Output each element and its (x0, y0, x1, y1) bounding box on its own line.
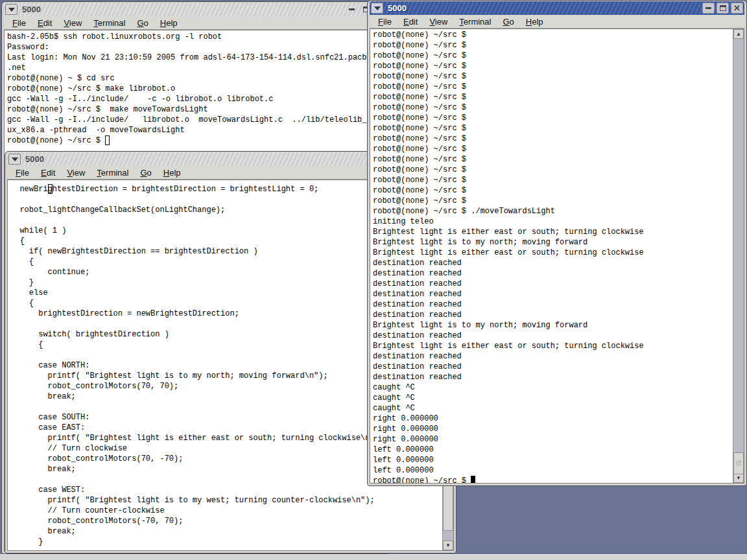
menu-edit[interactable]: Edit (35, 167, 61, 179)
chevron-down-icon (8, 8, 15, 12)
taskbar-edge (0, 554, 747, 560)
window-menu-button[interactable] (8, 154, 21, 165)
close-icon: ✕ (733, 4, 741, 12)
menu-go[interactable]: Go (497, 16, 519, 28)
minimize-icon (349, 8, 355, 10)
menu-go[interactable]: Go (134, 167, 157, 179)
window-menu-button[interactable] (371, 3, 383, 14)
terminal-cursor (471, 476, 475, 483)
chevron-down-icon (12, 158, 18, 161)
menu-terminal[interactable]: Terminal (88, 17, 131, 29)
minimize-button[interactable] (346, 4, 358, 15)
menu-terminal[interactable]: Terminal (453, 16, 497, 28)
terminal-body: robot@(none) ~/src $ robot@(none) ~/src … (370, 29, 744, 484)
scroll-up-button[interactable]: ▲ (733, 29, 744, 39)
maximize-button[interactable] (717, 3, 729, 14)
menu-view[interactable]: View (58, 17, 88, 29)
menu-help[interactable]: Help (154, 17, 184, 29)
minimize-button[interactable] (702, 3, 715, 14)
menubar: File Edit View Terminal Go Help (4, 16, 388, 30)
arrow-up-icon: ▲ (736, 32, 741, 37)
titlebar[interactable]: 5000 ✕ (370, 1, 744, 15)
scroll-track[interactable] (733, 39, 744, 473)
desktop: { "colors":{ "desktop":"#6b7394", "activ… (0, 0, 747, 560)
arrow-down-icon: ▼ (736, 476, 741, 481)
chevron-down-icon (374, 6, 381, 10)
arrow-down-icon: ▼ (445, 543, 451, 548)
terminal-output: bash-2.05b$ ssh robot.linuxrobots.org -l… (5, 30, 387, 146)
scroll-thumb[interactable] (733, 452, 744, 474)
close-button[interactable]: ✕ (731, 3, 743, 14)
menu-view[interactable]: View (61, 167, 91, 179)
terminal-area[interactable]: robot@(none) ~/src $ robot@(none) ~/src … (370, 29, 733, 483)
window-title: 5000 (25, 154, 410, 164)
menu-edit[interactable]: Edit (32, 17, 58, 29)
menu-help[interactable]: Help (158, 167, 187, 179)
scroll-down-button[interactable]: ▼ (443, 541, 453, 550)
scroll-down-button[interactable]: ▼ (733, 473, 744, 483)
menu-help[interactable]: Help (520, 16, 549, 28)
terminal-cursor (48, 184, 53, 194)
terminal-window-right: 5000 ✕ File Edit View Terminal Go Help r… (367, 0, 747, 486)
window-title: 5000 (388, 3, 700, 13)
menubar: File Edit View Terminal Go Help (370, 15, 744, 29)
titlebar[interactable]: 5000 ✕ (4, 3, 388, 16)
window-title: 5000 (22, 5, 344, 14)
menu-file[interactable]: File (6, 17, 32, 29)
scrollbar: ▲ ▼ (733, 29, 744, 483)
menu-terminal[interactable]: Terminal (91, 167, 134, 179)
menu-view[interactable]: View (423, 16, 453, 28)
menu-go[interactable]: Go (131, 17, 154, 29)
window-menu-button[interactable] (5, 4, 18, 15)
menu-edit[interactable]: Edit (397, 16, 423, 28)
menu-file[interactable]: File (372, 16, 397, 28)
terminal-cursor (105, 135, 110, 145)
menu-file[interactable]: File (10, 167, 35, 179)
minimize-icon (706, 7, 711, 9)
maximize-icon (720, 5, 726, 11)
terminal-output: robot@(none) ~/src $ robot@(none) ~/src … (370, 29, 733, 483)
